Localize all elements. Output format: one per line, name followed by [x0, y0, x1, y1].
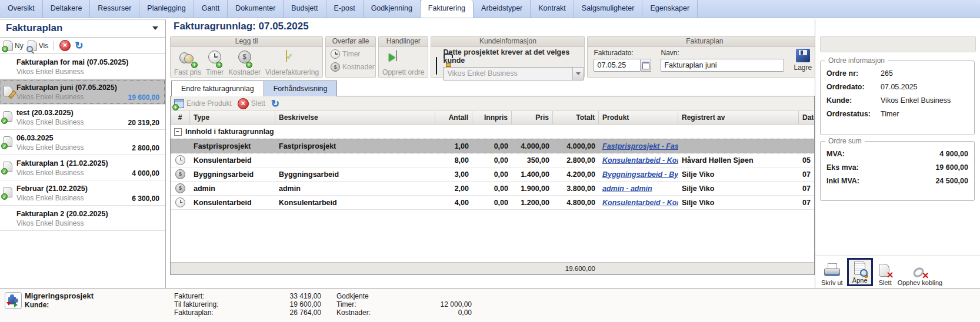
collapse-group-icon[interactable] [174, 128, 182, 136]
column-header[interactable]: Produkt [599, 111, 678, 124]
module-tab-label: Budsjett [291, 4, 318, 12]
cell-dato: 07 [799, 199, 814, 207]
transfer-costs-button[interactable]: Kostnader [331, 61, 375, 73]
module-tab[interactable]: Kontrakt [531, 0, 574, 18]
module-tab[interactable]: Ressurser [90, 0, 139, 18]
table-row[interactable]: Fastprisprosjekt Fastprisprosjekt 1,00 0… [171, 139, 814, 153]
cell-type: Fastprisprosjekt [190, 142, 275, 150]
cell-pris: 1.200,00 [512, 199, 553, 207]
group-fakturaplan-label: Fakturaplan [588, 36, 821, 47]
plan-item-amount: 2 800,00 [132, 144, 162, 153]
customer-required-message: Dette prosjektet krever at det velges ku… [443, 48, 584, 65]
invoice-plan-item[interactable]: Fakturaplan 1 (21.02.2025) Vikos Enkel B… [0, 155, 165, 180]
plan-item-title: 06.03.2025 [16, 134, 132, 142]
column-header[interactable]: Registrert av [678, 111, 799, 124]
cell-innpris: 0,00 [472, 170, 512, 179]
collapse-caret-icon[interactable] [152, 26, 158, 33]
view-document-icon [28, 41, 37, 51]
invoice-plan-item[interactable]: test (20.03.2025) Vikos Enkel Business 2… [0, 105, 165, 130]
order-sum-label: Eks mva: [826, 163, 881, 172]
cell-totalt: 4.000,00 [553, 142, 599, 150]
module-tab[interactable]: Arbeidstyper [474, 0, 531, 18]
module-tab[interactable]: Budsjett [284, 0, 326, 18]
column-header[interactable]: Antall [435, 111, 472, 124]
module-tab[interactable]: Gantt [194, 0, 228, 18]
plan-item-subtitle: Vikos Enkel Business [16, 219, 159, 227]
invoice-plan-item[interactable]: 06.03.2025 Vikos Enkel Business 2 800,00 [0, 130, 165, 155]
column-header[interactable]: Totalt [553, 111, 599, 124]
invoice-plan-item[interactable]: Fakturaplan for mai (07.05.2025) Vikos E… [0, 54, 165, 79]
column-header[interactable]: Type [190, 111, 275, 124]
plan-status-icon [2, 86, 14, 98]
edit-product-button[interactable]: + Endre Produkt [174, 99, 232, 108]
product-link[interactable]: Byggningsarbeid - Byg… [602, 170, 678, 179]
transfer-hours-button[interactable]: Timer [331, 48, 360, 60]
delete-plan-icon[interactable] [59, 40, 71, 51]
refresh-grid-icon[interactable]: ↻ [271, 99, 279, 109]
column-header[interactable]: Pris [512, 111, 553, 124]
delete-row-button[interactable]: Slett [238, 98, 265, 109]
stat-label: Kostnader: [336, 308, 407, 317]
invoice-date-input[interactable] [594, 59, 641, 72]
plan-item-title: Februar (21.02.2025) [16, 185, 132, 193]
module-tab[interactable]: Deltakere [43, 0, 91, 18]
save-button[interactable]: Lagre [794, 49, 812, 72]
invoice-plan-item[interactable]: Fakturaplan 2 (20.02.2025) Vikos Enkel B… [0, 206, 165, 231]
column-header[interactable]: # [171, 111, 190, 124]
cell-dato: 07 [799, 170, 814, 179]
order-action-button[interactable]: Opphev kobling [898, 263, 942, 286]
order-action-button[interactable]: Slett [877, 263, 894, 286]
module-tab[interactable]: Salgsmuligheter [574, 0, 643, 18]
order-action-button[interactable]: Skriv ut [821, 263, 843, 286]
chevron-down-icon[interactable] [572, 68, 584, 80]
order-info-label: Ordredato: [826, 83, 881, 91]
plan-status-icon [2, 162, 14, 173]
column-header[interactable]: Innpris [472, 111, 512, 124]
create-order-button[interactable]: Opprett ordre [382, 48, 424, 76]
column-header[interactable]: Beskrivelse [275, 111, 435, 124]
order-panel: Ordre informasjon Ordre nr: 265 Ordredat… [815, 19, 980, 288]
view-tab[interactable]: Endre fakturagrunnlag [171, 80, 264, 96]
module-tab[interactable]: E-post [326, 0, 364, 18]
add-fixed-price-button[interactable]: + Fast pris [174, 48, 201, 76]
order-sum-value: 19 600,00 [935, 163, 968, 172]
module-tab[interactable]: Egenskaper [642, 0, 698, 18]
table-group-row[interactable]: Innhold i fakturagrunnlag [171, 125, 814, 139]
table-row[interactable]: admin admin 2,00 0,00 1.900,00 3.800,00 … [171, 182, 814, 196]
add-hours-button[interactable]: + Timer [206, 48, 224, 76]
table-row[interactable]: Byggningsarbeid Byggningsarbeid 3,00 0,0… [171, 167, 814, 182]
column-header[interactable]: Dato [799, 111, 814, 124]
add-costs-button[interactable]: + Kostnader [228, 48, 261, 76]
view-tab[interactable]: Forhåndsvisning [264, 80, 338, 96]
table-row[interactable]: Konsulentarbeid 8,00 0,00 350,00 2.800,0… [171, 153, 814, 167]
calendar-icon[interactable] [641, 59, 651, 72]
product-link[interactable]: Konsulentarbeid - Kons… [602, 199, 678, 207]
module-tab[interactable]: Fakturering [421, 0, 474, 18]
order-info-label: Kunde: [826, 96, 881, 105]
module-tab[interactable]: Planlegging [139, 0, 194, 18]
cell-pris: 1.400,00 [512, 170, 553, 179]
refresh-icon[interactable]: ↻ [75, 41, 83, 51]
plan-name-input[interactable] [661, 59, 784, 72]
plan-item-text: Fakturaplan juni (07.05.2025) Vikos Enke… [16, 81, 128, 103]
plan-item-subtitle: Vikos Enkel Business [16, 68, 159, 76]
module-tab[interactable]: Dokumenter [228, 0, 284, 18]
order-panel-toolbar-strip [820, 36, 976, 52]
app-window: Oversikt Deltakere Ressurser Planlegging… [0, 0, 980, 322]
invoice-plan-item[interactable]: Fakturaplan juni (07.05.2025) Vikos Enke… [0, 79, 165, 105]
table-row[interactable]: Konsulentarbeid Konsulentarbeid 4,00 0,0… [171, 196, 814, 210]
module-tab[interactable]: Oversikt [0, 0, 43, 18]
group-kundeinfo-label: Kundeinformasjon [431, 36, 584, 47]
new-plan-button[interactable]: + Ny [4, 41, 24, 51]
view-plan-button[interactable]: Vis [28, 41, 48, 51]
product-link[interactable]: admin - admin [602, 185, 652, 193]
product-link[interactable]: Fastprisprosjekt - Fast… [602, 142, 678, 150]
cell-registrert-av: Håvard Høllen Sjøen [678, 156, 799, 165]
order-action-button[interactable]: Åpne [847, 258, 873, 286]
product-link[interactable]: Konsulentarbeid - Kons… [602, 156, 678, 165]
module-tab[interactable]: Godkjenning [364, 0, 421, 18]
add-rebilling-button[interactable]: Viderefakturering [265, 48, 319, 76]
customer-select[interactable]: Vikos Enkel Business [443, 67, 584, 80]
invoice-plan-item[interactable]: Februar (21.02.2025) Vikos Enkel Busines… [0, 180, 165, 206]
plan-item-text: Fakturaplan 1 (21.02.2025) Vikos Enkel B… [16, 157, 132, 179]
